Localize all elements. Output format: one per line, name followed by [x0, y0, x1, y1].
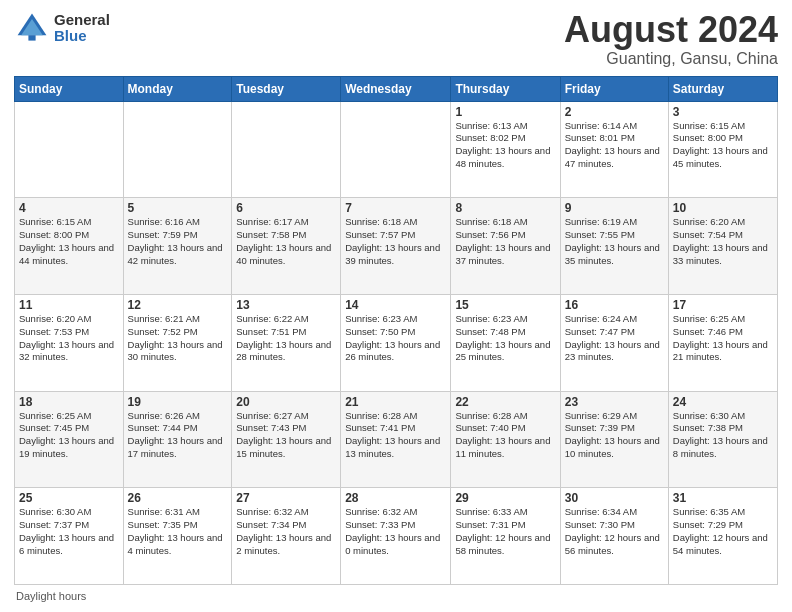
calendar-cell: 29Sunrise: 6:33 AM Sunset: 7:31 PM Dayli… [451, 488, 560, 585]
day-number: 11 [19, 298, 119, 312]
header-day-tuesday: Tuesday [232, 76, 341, 101]
day-info: Sunrise: 6:18 AM Sunset: 7:57 PM Dayligh… [345, 216, 446, 267]
day-info: Sunrise: 6:28 AM Sunset: 7:40 PM Dayligh… [455, 410, 555, 461]
calendar-week-1: 1Sunrise: 6:13 AM Sunset: 8:02 PM Daylig… [15, 101, 778, 198]
calendar-cell: 28Sunrise: 6:32 AM Sunset: 7:33 PM Dayli… [341, 488, 451, 585]
day-info: Sunrise: 6:13 AM Sunset: 8:02 PM Dayligh… [455, 120, 555, 171]
logo-text: General Blue [54, 12, 110, 45]
day-info: Sunrise: 6:15 AM Sunset: 8:00 PM Dayligh… [673, 120, 773, 171]
calendar-cell: 30Sunrise: 6:34 AM Sunset: 7:30 PM Dayli… [560, 488, 668, 585]
calendar-cell: 15Sunrise: 6:23 AM Sunset: 7:48 PM Dayli… [451, 294, 560, 391]
day-info: Sunrise: 6:17 AM Sunset: 7:58 PM Dayligh… [236, 216, 336, 267]
calendar-cell [123, 101, 232, 198]
day-number: 16 [565, 298, 664, 312]
logo-blue-text: Blue [54, 28, 110, 45]
calendar-cell: 12Sunrise: 6:21 AM Sunset: 7:52 PM Dayli… [123, 294, 232, 391]
header-day-friday: Friday [560, 76, 668, 101]
svg-rect-2 [28, 35, 35, 40]
calendar-cell: 5Sunrise: 6:16 AM Sunset: 7:59 PM Daylig… [123, 198, 232, 295]
day-number: 12 [128, 298, 228, 312]
calendar-cell: 25Sunrise: 6:30 AM Sunset: 7:37 PM Dayli… [15, 488, 124, 585]
day-info: Sunrise: 6:20 AM Sunset: 7:53 PM Dayligh… [19, 313, 119, 364]
calendar-cell: 19Sunrise: 6:26 AM Sunset: 7:44 PM Dayli… [123, 391, 232, 488]
day-number: 27 [236, 491, 336, 505]
day-number: 28 [345, 491, 446, 505]
day-number: 6 [236, 201, 336, 215]
logo-icon [14, 10, 50, 46]
calendar-week-3: 11Sunrise: 6:20 AM Sunset: 7:53 PM Dayli… [15, 294, 778, 391]
day-info: Sunrise: 6:30 AM Sunset: 7:37 PM Dayligh… [19, 506, 119, 557]
day-number: 15 [455, 298, 555, 312]
title-month: August 2024 [564, 10, 778, 50]
calendar-cell: 7Sunrise: 6:18 AM Sunset: 7:57 PM Daylig… [341, 198, 451, 295]
day-info: Sunrise: 6:23 AM Sunset: 7:50 PM Dayligh… [345, 313, 446, 364]
calendar-cell: 21Sunrise: 6:28 AM Sunset: 7:41 PM Dayli… [341, 391, 451, 488]
day-info: Sunrise: 6:25 AM Sunset: 7:46 PM Dayligh… [673, 313, 773, 364]
day-number: 4 [19, 201, 119, 215]
day-info: Sunrise: 6:32 AM Sunset: 7:34 PM Dayligh… [236, 506, 336, 557]
calendar-cell: 26Sunrise: 6:31 AM Sunset: 7:35 PM Dayli… [123, 488, 232, 585]
day-number: 8 [455, 201, 555, 215]
calendar-cell: 2Sunrise: 6:14 AM Sunset: 8:01 PM Daylig… [560, 101, 668, 198]
day-number: 22 [455, 395, 555, 409]
day-info: Sunrise: 6:23 AM Sunset: 7:48 PM Dayligh… [455, 313, 555, 364]
day-number: 24 [673, 395, 773, 409]
day-number: 21 [345, 395, 446, 409]
day-info: Sunrise: 6:21 AM Sunset: 7:52 PM Dayligh… [128, 313, 228, 364]
day-info: Sunrise: 6:22 AM Sunset: 7:51 PM Dayligh… [236, 313, 336, 364]
calendar-cell [232, 101, 341, 198]
day-info: Sunrise: 6:31 AM Sunset: 7:35 PM Dayligh… [128, 506, 228, 557]
daylight-hours-label: Daylight hours [16, 590, 86, 602]
calendar-week-5: 25Sunrise: 6:30 AM Sunset: 7:37 PM Dayli… [15, 488, 778, 585]
header-day-thursday: Thursday [451, 76, 560, 101]
calendar-table: SundayMondayTuesdayWednesdayThursdayFrid… [14, 76, 778, 585]
calendar-cell: 1Sunrise: 6:13 AM Sunset: 8:02 PM Daylig… [451, 101, 560, 198]
day-number: 2 [565, 105, 664, 119]
calendar-cell: 20Sunrise: 6:27 AM Sunset: 7:43 PM Dayli… [232, 391, 341, 488]
day-number: 10 [673, 201, 773, 215]
title-block: August 2024 Guanting, Gansu, China [564, 10, 778, 68]
calendar-cell: 8Sunrise: 6:18 AM Sunset: 7:56 PM Daylig… [451, 198, 560, 295]
header-day-sunday: Sunday [15, 76, 124, 101]
calendar-cell: 31Sunrise: 6:35 AM Sunset: 7:29 PM Dayli… [668, 488, 777, 585]
calendar-cell: 18Sunrise: 6:25 AM Sunset: 7:45 PM Dayli… [15, 391, 124, 488]
day-number: 26 [128, 491, 228, 505]
day-number: 14 [345, 298, 446, 312]
day-info: Sunrise: 6:28 AM Sunset: 7:41 PM Dayligh… [345, 410, 446, 461]
header-day-saturday: Saturday [668, 76, 777, 101]
calendar-cell: 6Sunrise: 6:17 AM Sunset: 7:58 PM Daylig… [232, 198, 341, 295]
day-info: Sunrise: 6:15 AM Sunset: 8:00 PM Dayligh… [19, 216, 119, 267]
day-info: Sunrise: 6:27 AM Sunset: 7:43 PM Dayligh… [236, 410, 336, 461]
day-number: 13 [236, 298, 336, 312]
day-number: 18 [19, 395, 119, 409]
day-info: Sunrise: 6:33 AM Sunset: 7:31 PM Dayligh… [455, 506, 555, 557]
calendar-cell: 16Sunrise: 6:24 AM Sunset: 7:47 PM Dayli… [560, 294, 668, 391]
day-info: Sunrise: 6:35 AM Sunset: 7:29 PM Dayligh… [673, 506, 773, 557]
calendar-header-row: SundayMondayTuesdayWednesdayThursdayFrid… [15, 76, 778, 101]
day-info: Sunrise: 6:16 AM Sunset: 7:59 PM Dayligh… [128, 216, 228, 267]
logo: General Blue [14, 10, 110, 46]
header: General Blue August 2024 Guanting, Gansu… [14, 10, 778, 68]
day-number: 30 [565, 491, 664, 505]
calendar-cell: 9Sunrise: 6:19 AM Sunset: 7:55 PM Daylig… [560, 198, 668, 295]
calendar-cell: 14Sunrise: 6:23 AM Sunset: 7:50 PM Dayli… [341, 294, 451, 391]
day-number: 7 [345, 201, 446, 215]
day-number: 20 [236, 395, 336, 409]
calendar-cell: 11Sunrise: 6:20 AM Sunset: 7:53 PM Dayli… [15, 294, 124, 391]
day-number: 31 [673, 491, 773, 505]
calendar-cell: 3Sunrise: 6:15 AM Sunset: 8:00 PM Daylig… [668, 101, 777, 198]
day-info: Sunrise: 6:30 AM Sunset: 7:38 PM Dayligh… [673, 410, 773, 461]
day-info: Sunrise: 6:26 AM Sunset: 7:44 PM Dayligh… [128, 410, 228, 461]
day-number: 25 [19, 491, 119, 505]
header-day-monday: Monday [123, 76, 232, 101]
day-number: 5 [128, 201, 228, 215]
calendar-cell: 10Sunrise: 6:20 AM Sunset: 7:54 PM Dayli… [668, 198, 777, 295]
page: General Blue August 2024 Guanting, Gansu… [0, 0, 792, 612]
day-info: Sunrise: 6:29 AM Sunset: 7:39 PM Dayligh… [565, 410, 664, 461]
calendar-cell [341, 101, 451, 198]
calendar-week-4: 18Sunrise: 6:25 AM Sunset: 7:45 PM Dayli… [15, 391, 778, 488]
calendar-cell: 27Sunrise: 6:32 AM Sunset: 7:34 PM Dayli… [232, 488, 341, 585]
day-number: 9 [565, 201, 664, 215]
day-info: Sunrise: 6:24 AM Sunset: 7:47 PM Dayligh… [565, 313, 664, 364]
calendar-cell: 22Sunrise: 6:28 AM Sunset: 7:40 PM Dayli… [451, 391, 560, 488]
